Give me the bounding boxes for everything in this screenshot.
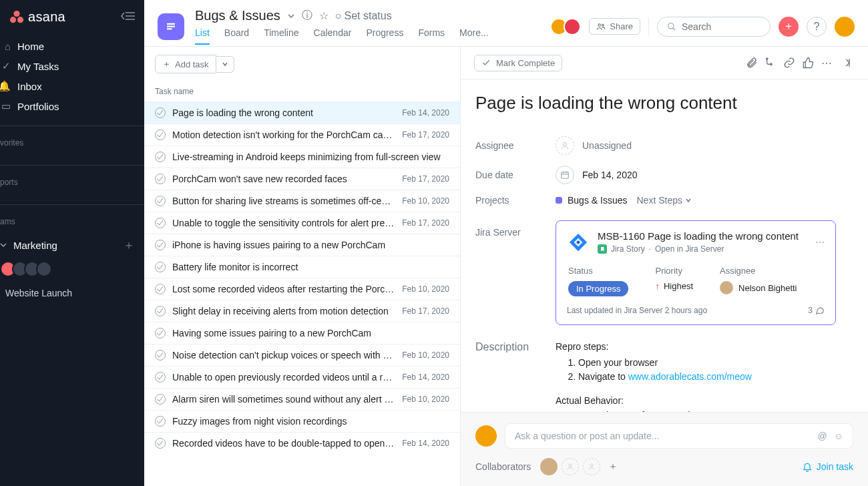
collaborator-avatar[interactable] xyxy=(540,458,558,475)
complete-toggle-icon[interactable] xyxy=(155,416,166,427)
description-link[interactable]: www.adorablecats.com/meow xyxy=(628,371,752,382)
complete-toggle-icon[interactable] xyxy=(155,152,166,162)
complete-toggle-icon[interactable] xyxy=(155,196,166,206)
attachment-icon[interactable] xyxy=(742,53,761,72)
complete-toggle-icon[interactable] xyxy=(155,438,166,449)
plus-icon[interactable]: ＋ xyxy=(123,237,135,253)
complete-toggle-icon[interactable] xyxy=(155,240,166,250)
task-row[interactable]: Page is loading the wrong contentFeb 14,… xyxy=(144,101,460,124)
like-icon[interactable] xyxy=(799,53,817,72)
complete-toggle-icon[interactable] xyxy=(155,174,166,184)
complete-toggle-icon[interactable] xyxy=(155,328,166,338)
task-due-date: Feb 10, 2020 xyxy=(402,196,449,206)
description-label: Description xyxy=(475,340,556,412)
complete-toggle-icon[interactable] xyxy=(155,284,166,294)
add-collaborator-placeholder[interactable] xyxy=(583,458,600,475)
description-body[interactable]: Repro steps: Open your browser Navigate … xyxy=(556,340,752,412)
complete-toggle-icon[interactable] xyxy=(155,262,166,272)
task-row[interactable]: Battery life monitor is incorrect xyxy=(144,256,460,278)
project-chip[interactable]: Bugs & Issues xyxy=(556,195,628,206)
tab-forms[interactable]: Forms xyxy=(418,27,445,45)
add-collaborator-placeholder[interactable] xyxy=(562,458,579,475)
complete-toggle-icon[interactable] xyxy=(155,130,166,140)
add-task-dropdown[interactable] xyxy=(216,56,234,73)
task-row[interactable]: iPhone is having issues pairing to a new… xyxy=(144,234,460,256)
jira-card-more-icon[interactable]: ⋯ xyxy=(815,237,825,248)
comment-input[interactable]: Ask a question or post an update... @ ☺ xyxy=(505,423,853,449)
set-status-button[interactable]: ○ Set status xyxy=(335,10,392,22)
tab-calendar[interactable]: Calendar xyxy=(314,27,352,45)
task-row[interactable]: Slight delay in receiving alerts from mo… xyxy=(144,300,460,322)
task-row[interactable]: Unable to open previously recorded video… xyxy=(144,366,460,388)
complete-toggle-icon[interactable] xyxy=(155,306,166,316)
subtask-icon[interactable] xyxy=(761,53,780,72)
jira-open-link[interactable]: Open in Jira Server xyxy=(655,244,724,254)
project-members-facepile[interactable] xyxy=(554,18,581,35)
task-row[interactable]: Alarm siren will sometimes sound without… xyxy=(144,388,460,410)
info-icon[interactable]: ⓘ xyxy=(302,9,312,23)
tab-board[interactable]: Board xyxy=(224,27,249,45)
asana-logo[interactable]: asana xyxy=(9,9,65,25)
tab-timeline[interactable]: Timeline xyxy=(264,27,298,45)
calendar-icon[interactable] xyxy=(556,166,574,184)
task-due-date: Feb 10, 2020 xyxy=(402,395,449,404)
tab-progress[interactable]: Progress xyxy=(366,27,403,45)
help-button[interactable]: ? xyxy=(807,17,827,37)
chevron-down-icon[interactable] xyxy=(287,12,295,20)
jira-assignee-label: Assignee xyxy=(720,266,797,276)
sidebar-item-inbox[interactable]: 🔔Inbox xyxy=(0,76,139,96)
task-title[interactable]: Page is loading the wrong content xyxy=(475,93,853,113)
section-selector[interactable]: Next Steps xyxy=(637,195,692,206)
search-icon xyxy=(667,22,676,31)
sidebar-team-marketing[interactable]: Marketing ＋ xyxy=(0,232,144,258)
share-button[interactable]: Share xyxy=(589,18,640,35)
add-collaborator-button[interactable]: ＋ xyxy=(608,461,618,473)
close-detail-icon[interactable] xyxy=(836,53,855,72)
jira-status-label: Status xyxy=(568,266,628,276)
sidebar-project-website-launch[interactable]: Website Launch xyxy=(0,284,144,302)
join-task-button[interactable]: Join task xyxy=(802,461,853,472)
tab-more[interactable]: More... xyxy=(459,27,489,45)
jira-issue-type: Jira Story xyxy=(611,244,645,254)
task-row[interactable]: Lost some recorded videos after restarti… xyxy=(144,278,460,300)
user-avatar[interactable] xyxy=(835,17,855,37)
add-task-button[interactable]: ＋ Add task xyxy=(155,55,216,73)
task-row[interactable]: Live-streaming in Android keeps minimizi… xyxy=(144,146,460,168)
task-row[interactable]: Recorded videos have to be double-tapped… xyxy=(144,432,460,454)
task-row[interactable]: PorchCam won't save new recorded facesFe… xyxy=(144,168,460,190)
emoji-icon[interactable]: ☺ xyxy=(834,431,843,441)
assignee-value[interactable]: Unassigned xyxy=(582,140,632,151)
task-row[interactable]: Button for sharing live streams is somet… xyxy=(144,190,460,212)
sidebar-collapse-icon[interactable] xyxy=(120,11,135,23)
mark-complete-button[interactable]: Mark Complete xyxy=(474,55,562,71)
complete-toggle-icon[interactable] xyxy=(155,350,166,360)
due-date-value[interactable]: Feb 14, 2020 xyxy=(582,170,638,180)
task-row[interactable]: Having some issues pairing to a new Porc… xyxy=(144,322,460,344)
task-row[interactable]: Fuzzy images from night vision recording… xyxy=(144,410,460,432)
sidebar-item-mytasks[interactable]: ✓My Tasks xyxy=(0,56,139,76)
tab-list[interactable]: List xyxy=(195,27,210,45)
complete-toggle-icon[interactable] xyxy=(155,107,166,118)
assignee-placeholder-icon[interactable] xyxy=(556,136,574,155)
complete-toggle-icon[interactable] xyxy=(155,218,166,228)
task-name: iPhone is having issues pairing to a new… xyxy=(172,240,443,250)
jira-card[interactable]: MSB-1160 Page is loading the wrong conte… xyxy=(556,220,836,325)
team-avatar-row xyxy=(0,258,144,284)
new-button[interactable]: ＋ xyxy=(779,17,799,37)
sidebar-item-home[interactable]: ⌂Home xyxy=(0,37,139,56)
search-box[interactable] xyxy=(657,17,771,37)
task-row[interactable]: Noise detection can't pickup voices or s… xyxy=(144,344,460,366)
jira-comment-count[interactable]: 3 xyxy=(808,306,825,315)
sidebar-item-portfolios[interactable]: ▭Portfolios xyxy=(0,96,139,116)
complete-toggle-icon[interactable] xyxy=(155,394,166,405)
link-icon[interactable] xyxy=(780,53,799,72)
complete-toggle-icon[interactable] xyxy=(155,372,166,383)
task-row[interactable]: Unable to toggle the sensitivity control… xyxy=(144,212,460,234)
search-input[interactable] xyxy=(682,21,748,32)
task-name: Recorded videos have to be double-tapped… xyxy=(172,438,395,449)
task-name: Battery life monitor is incorrect xyxy=(172,262,443,272)
at-mention-icon[interactable]: @ xyxy=(817,431,827,441)
more-actions-icon[interactable]: ⋯ xyxy=(817,53,836,72)
task-row[interactable]: Motion detection isn't working for the P… xyxy=(144,124,460,146)
star-icon[interactable]: ☆ xyxy=(319,9,329,22)
